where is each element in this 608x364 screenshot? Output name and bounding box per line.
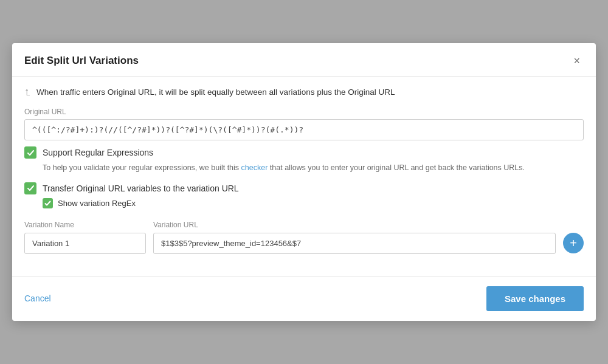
variation-url-label: Variation URL <box>153 221 584 229</box>
support-regex-row: Support Regular Expressions <box>24 146 584 159</box>
variation-url-input[interactable] <box>153 233 556 254</box>
help-text-before: To help you validate your regular expres… <box>43 163 241 172</box>
modal-overlay: Edit Split Url Variations × ⮤ When traff… <box>0 0 608 364</box>
original-url-field: Original URL <box>24 108 584 140</box>
cursor-icon: ⮤ <box>24 88 32 97</box>
add-variation-button[interactable]: + <box>563 233 584 253</box>
info-text: When traffic enters Original URL, it wil… <box>36 88 395 97</box>
cancel-button[interactable]: Cancel <box>24 289 51 308</box>
checkmark-icon-2 <box>27 184 35 192</box>
support-regex-section: Support Regular Expressions To help you … <box>24 146 584 174</box>
modal-footer: Cancel Save changes <box>12 276 596 321</box>
modal-header: Edit Split Url Variations × <box>12 43 596 77</box>
variation-name-input[interactable] <box>24 233 146 254</box>
save-button[interactable]: Save changes <box>486 286 584 311</box>
original-url-input[interactable] <box>24 119 584 140</box>
transfer-url-section: Transfer Original URL variables to the v… <box>24 182 584 208</box>
support-regex-label: Support Regular Expressions <box>43 148 153 157</box>
modal-dialog: Edit Split Url Variations × ⮤ When traff… <box>12 43 596 321</box>
transfer-url-row: Transfer Original URL variables to the v… <box>24 182 584 194</box>
checkmark-icon <box>27 149 35 157</box>
info-text-row: ⮤ When traffic enters Original URL, it w… <box>24 88 584 97</box>
plus-icon: + <box>570 237 577 249</box>
support-regex-help: To help you validate your regular expres… <box>43 162 584 174</box>
support-regex-checkbox[interactable] <box>24 146 36 159</box>
show-regex-row: Show variation RegEx <box>43 198 584 208</box>
help-text-after: that allows you to enter your original U… <box>268 163 525 172</box>
checker-link[interactable]: checker <box>241 163 268 172</box>
modal-title: Edit Split Url Variations <box>24 55 139 67</box>
original-url-label: Original URL <box>24 108 584 116</box>
variation-row: + <box>24 233 584 254</box>
close-button[interactable]: × <box>570 54 584 67</box>
variations-section: Variation Name Variation URL + <box>24 221 584 254</box>
checkmark-icon-3 <box>44 200 51 207</box>
variation-name-label: Variation Name <box>24 221 146 229</box>
transfer-url-label: Transfer Original URL variables to the v… <box>43 184 239 193</box>
modal-body: ⮤ When traffic enters Original URL, it w… <box>12 77 596 265</box>
variations-labels: Variation Name Variation URL <box>24 221 584 229</box>
show-regex-checkbox[interactable] <box>43 198 53 208</box>
show-regex-label: Show variation RegEx <box>58 199 136 208</box>
transfer-url-checkbox[interactable] <box>24 182 36 194</box>
